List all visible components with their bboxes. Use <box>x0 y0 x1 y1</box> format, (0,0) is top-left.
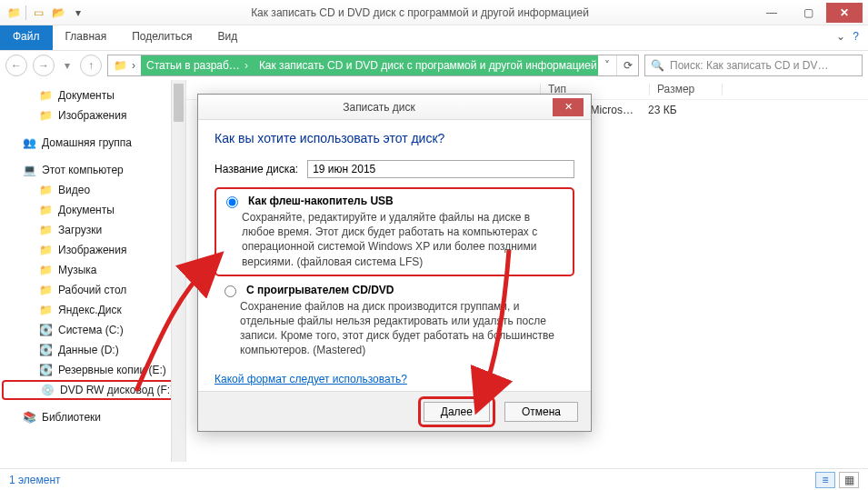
search-icon: 🔍 <box>651 59 664 72</box>
tree-item[interactable]: 📁Яндекс.Диск <box>2 300 184 320</box>
folder-open-icon[interactable]: 📂 <box>50 5 66 21</box>
folder-icon: 📁 <box>38 88 53 103</box>
option-usb-desc: Сохраняйте, редактируйте и удаляйте файл… <box>242 210 565 269</box>
tree-item[interactable]: 💿DVD RW дисковод (F:) <box>2 380 184 400</box>
folder-icon: 📁 <box>38 203 53 217</box>
option-usb-title: Как флеш-накопитель USB <box>248 195 394 207</box>
folder-icon: 📁 <box>38 183 53 197</box>
tree-label: Домашняя группа <box>42 136 132 149</box>
ribbon-expand-icon[interactable]: ⌄ <box>836 30 845 45</box>
folder-icon: 📁 <box>38 243 53 257</box>
disc-name-input[interactable] <box>307 160 574 178</box>
separator <box>25 5 26 20</box>
option-cddvd-radio[interactable] <box>224 285 236 297</box>
help-icon[interactable]: ? <box>853 30 859 45</box>
view-details-button[interactable]: ≡ <box>815 472 835 488</box>
tree-label: Документы <box>58 204 115 216</box>
tree-label: Изображения <box>58 244 126 256</box>
tree-label: Рабочий стол <box>58 284 126 296</box>
tree-label: Яндекс.Диск <box>58 304 122 316</box>
dialog-close-button[interactable]: ✕ <box>553 98 584 116</box>
cancel-button[interactable]: Отмена <box>504 402 578 422</box>
file-tab[interactable]: Файл <box>0 25 53 50</box>
history-dropdown[interactable]: ▾ <box>60 55 75 76</box>
tree-label: Данные (D:) <box>58 344 119 356</box>
tree-label: Загрузки <box>58 224 102 236</box>
breadcrumb-label: Как записать CD и DVD диск с программой … <box>259 59 597 72</box>
up-button[interactable]: ↑ <box>80 55 102 76</box>
libraries-icon: 📚 <box>22 410 36 425</box>
tab-home[interactable]: Главная <box>53 25 120 50</box>
tree-item[interactable]: 💽Резервные копии (E:) <box>2 360 184 380</box>
breadcrumb-item[interactable]: Как записать CD и DVD диск с программой … <box>254 55 598 75</box>
drive-icon: 💽 <box>38 363 53 377</box>
tree-item[interactable]: 📁Музыка <box>2 260 184 280</box>
navigation-bar: ← → ▾ ↑ 📁› Статьи в разраб…› Как записат… <box>0 51 868 80</box>
breadcrumb-label: Статьи в разраб… <box>146 59 240 72</box>
option-cddvd[interactable]: С проигрывателем CD/DVD Сохранение файло… <box>215 278 574 364</box>
tree-item[interactable]: 📁Рабочий стол <box>2 280 184 300</box>
quick-access-toolbar: 📁 ▭ 📂 ▾ <box>5 5 86 21</box>
minimize-button[interactable]: — <box>753 3 790 23</box>
tab-share[interactable]: Поделиться <box>119 25 205 50</box>
tree-label: Изображения <box>58 109 126 122</box>
tree-label: Видео <box>58 184 90 196</box>
tree-item[interactable]: 📁Изображения <box>2 105 184 125</box>
properties-icon[interactable]: ▭ <box>30 5 46 21</box>
view-icons-button[interactable]: ▦ <box>839 472 859 488</box>
dialog-heading: Как вы хотите использовать этот диск? <box>215 131 574 145</box>
format-help-link[interactable]: Какой формат следует использовать? <box>215 373 407 385</box>
burn-disc-dialog: Записать диск ✕ Как вы хотите использова… <box>197 94 592 432</box>
col-size[interactable]: Размер <box>650 80 723 99</box>
tree-item[interactable]: 📁Документы <box>2 85 184 105</box>
option-usb[interactable]: Как флеш-накопитель USB Сохраняйте, реда… <box>215 187 574 276</box>
breadcrumb-item[interactable]: Статьи в разраб…› <box>141 55 254 75</box>
next-button-highlight: Далее <box>418 396 495 427</box>
folder-icon: 📁 <box>38 303 53 317</box>
breadcrumb-root-icon[interactable]: 📁› <box>108 55 141 75</box>
tree-label: Система (C:) <box>58 324 124 336</box>
close-button[interactable]: ✕ <box>826 3 863 23</box>
qat-dropdown-icon[interactable]: ▾ <box>70 5 86 21</box>
address-dropdown[interactable]: ˅ <box>598 55 616 75</box>
back-button[interactable]: ← <box>5 55 27 76</box>
refresh-button[interactable]: ⟳ <box>616 55 638 75</box>
tab-view[interactable]: Вид <box>205 25 250 50</box>
disc-icon: 💿 <box>40 383 55 397</box>
tree-scrollbar[interactable] <box>171 80 185 462</box>
tree-item[interactable]: 💽Данные (D:) <box>2 340 184 360</box>
option-usb-radio[interactable] <box>226 196 238 208</box>
folder-icon: 📁 <box>5 5 22 21</box>
tree-item[interactable]: 📁Загрузки <box>2 220 184 240</box>
dialog-titlebar[interactable]: Записать диск ✕ <box>198 95 591 120</box>
dialog-buttons: Далее Отмена <box>198 391 591 431</box>
tree-label: Резервные копии (E:) <box>58 364 166 376</box>
next-button[interactable]: Далее <box>424 402 490 422</box>
tree-label: Этот компьютер <box>42 164 124 176</box>
window-title: Как записать CD и DVD диск с программой … <box>92 6 748 19</box>
address-bar[interactable]: 📁› Статьи в разраб…› Как записать CD и D… <box>107 55 639 76</box>
status-text: 1 элемент <box>9 474 61 486</box>
folder-icon: 📁 <box>38 223 53 237</box>
folder-icon: 📁 <box>38 108 53 123</box>
tree-item[interactable]: 💽Система (C:) <box>2 320 184 340</box>
tree-libraries[interactable]: 📚Библиотеки <box>2 407 184 427</box>
tree-homegroup[interactable]: 👥Домашняя группа <box>2 133 184 153</box>
forward-button[interactable]: → <box>33 55 55 76</box>
computer-icon: 💻 <box>22 163 36 177</box>
ribbon-tabs: Файл Главная Поделиться Вид ⌄ ? <box>0 25 868 51</box>
scrollbar-thumb[interactable] <box>174 84 184 122</box>
search-box[interactable]: 🔍 Поиск: Как записать CD и DV… <box>644 55 863 76</box>
tree-label: DVD RW дисковод (F:) <box>60 384 174 396</box>
option-cddvd-title: С проигрывателем CD/DVD <box>246 284 394 296</box>
tree-item[interactable]: 📁Видео <box>2 180 184 200</box>
drive-icon: 💽 <box>38 323 53 337</box>
tree-item[interactable]: 📁Документы <box>2 200 184 220</box>
tree-thispc[interactable]: 💻Этот компьютер <box>2 160 184 180</box>
status-bar: 1 элемент ≡ ▦ <box>0 468 868 490</box>
tree-item[interactable]: 📁Изображения <box>2 240 184 260</box>
folder-icon: 📁 <box>38 263 53 277</box>
maximize-button[interactable]: ▢ <box>790 3 826 23</box>
option-cddvd-desc: Сохранение файлов на диск производится г… <box>240 299 567 358</box>
tree-label: Документы <box>58 89 115 102</box>
